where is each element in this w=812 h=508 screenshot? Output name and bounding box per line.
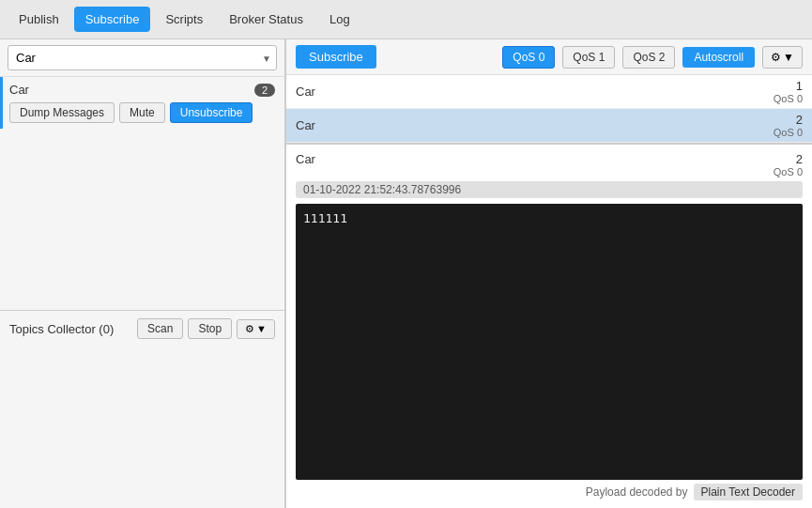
- topic-badge: 2: [254, 84, 275, 97]
- left-panel: ▼ Car 2 Dump Messages Mute Unsubscribe: [0, 39, 286, 508]
- nav-subscribe[interactable]: Subscribe: [74, 7, 151, 32]
- topic-actions: Dump Messages Mute Unsubscribe: [9, 102, 275, 123]
- settings-icon: ⚙: [771, 51, 781, 64]
- main-layout: ▼ Car 2 Dump Messages Mute Unsubscribe: [0, 39, 812, 508]
- topic-name: Car: [9, 83, 29, 97]
- detail-footer: Payload decoded by Plain Text Decoder: [296, 480, 803, 500]
- detail-header: Car 2 QoS 0: [296, 152, 803, 177]
- detail-payload: 111111: [296, 204, 803, 480]
- settings-icon: ⚙: [245, 323, 254, 335]
- qos2-button[interactable]: QoS 2: [622, 46, 675, 69]
- autoscroll-button[interactable]: Autoscroll: [682, 47, 755, 68]
- scan-button[interactable]: Scan: [137, 318, 183, 339]
- topics-collector-actions: Scan Stop ⚙ ▼: [137, 318, 275, 339]
- qos0-button[interactable]: QoS 0: [502, 46, 555, 69]
- decoder-label: Plain Text Decoder: [694, 484, 804, 500]
- more-arrow-icon: ▼: [783, 51, 794, 64]
- detail-timestamp: 01-10-2022 21:52:43.78763996: [296, 181, 803, 198]
- unsubscribe-button[interactable]: Unsubscribe: [170, 102, 253, 123]
- blue-indicator: [0, 77, 3, 129]
- messages-list: Car 1 QoS 0 Car 2 QoS 0: [286, 75, 812, 144]
- message-detail: Car 2 QoS 0 01-10-2022 21:52:43.78763996…: [286, 144, 812, 508]
- nav-log[interactable]: Log: [318, 7, 361, 32]
- more-options-button[interactable]: ⚙ ▼: [762, 46, 803, 69]
- nav-publish[interactable]: Publish: [8, 7, 70, 32]
- msg-topic-1: Car: [296, 85, 315, 99]
- settings-arrow-icon: ▼: [256, 323, 267, 334]
- message-row[interactable]: Car 1 QoS 0: [286, 75, 812, 109]
- dropdown-arrow-icon[interactable]: ▼: [262, 53, 271, 63]
- topics-collector-title: Topics Collector (0): [9, 322, 114, 336]
- topic-input[interactable]: [8, 45, 277, 70]
- collector-settings-button[interactable]: ⚙ ▼: [237, 319, 275, 339]
- subscribe-button[interactable]: Subscribe: [296, 45, 376, 69]
- detail-qos: QoS 0: [774, 166, 803, 177]
- nav-broker-status[interactable]: Broker Status: [218, 7, 314, 32]
- msg-num-2: 2: [774, 113, 803, 127]
- payload-decoded-label: Payload decoded by: [586, 485, 688, 499]
- topic-item-header: Car 2: [9, 83, 275, 97]
- msg-topic-2: Car: [296, 118, 315, 132]
- right-panel: Subscribe QoS 0 QoS 1 QoS 2 Autoscroll ⚙…: [286, 39, 812, 508]
- msg-qos-1: QoS 0: [774, 93, 803, 104]
- detail-topic: Car: [296, 152, 315, 166]
- msg-num-1: 1: [774, 79, 803, 93]
- stop-button[interactable]: Stop: [188, 318, 232, 339]
- subscriptions-list: Car 2 Dump Messages Mute Unsubscribe: [0, 77, 284, 311]
- topics-collector: Topics Collector (0) Scan Stop ⚙ ▼: [0, 311, 284, 508]
- nav-scripts[interactable]: Scripts: [154, 7, 214, 32]
- top-nav: Publish Subscribe Scripts Broker Status …: [0, 0, 812, 39]
- detail-right: 2 QoS 0: [774, 152, 803, 177]
- subscribe-bar: ▼: [0, 39, 284, 77]
- subscription-item: Car 2 Dump Messages Mute Unsubscribe: [0, 77, 284, 129]
- right-toolbar: Subscribe QoS 0 QoS 1 QoS 2 Autoscroll ⚙…: [286, 39, 812, 75]
- detail-num: 2: [774, 152, 803, 166]
- message-row-selected[interactable]: Car 2 QoS 0: [286, 109, 812, 143]
- dump-messages-button[interactable]: Dump Messages: [9, 102, 115, 123]
- mute-button[interactable]: Mute: [119, 102, 165, 123]
- topics-collector-header: Topics Collector (0) Scan Stop ⚙ ▼: [9, 318, 275, 339]
- topic-input-wrapper: ▼: [8, 45, 277, 70]
- msg-qos-2: QoS 0: [774, 127, 803, 138]
- msg-right-2: 2 QoS 0: [774, 113, 803, 138]
- msg-right-1: 1 QoS 0: [774, 79, 803, 104]
- qos1-button[interactable]: QoS 1: [562, 46, 615, 69]
